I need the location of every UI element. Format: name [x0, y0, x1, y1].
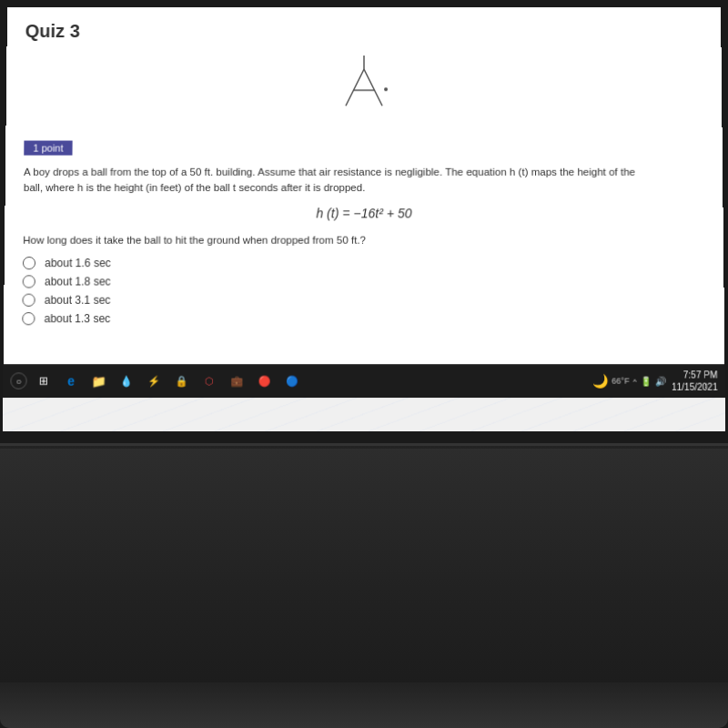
options-list: about 1.6 sec about 1.8 sec about 3.1 se…	[22, 256, 706, 324]
list-item[interactable]: about 1.3 sec	[22, 312, 706, 325]
radio-opt1[interactable]	[23, 256, 35, 268]
file-explorer-icon[interactable]: 📁	[87, 369, 109, 392]
how-long-question: How long does it take the ball to hit th…	[23, 234, 705, 245]
taskbar: ○ ⊞ e 📁 💧 ⚡ 🔒 ⬡ 💼 🔴 🔵	[3, 364, 725, 398]
windows-search-icon[interactable]: ○	[10, 372, 26, 389]
chevron-up-icon[interactable]: ^	[633, 377, 637, 385]
taskbar-right: 🌙 66°F ^ 🔋 🔊 7:57 PM 11/15/2021	[592, 369, 725, 393]
equation-text: h (t) = −16t² + 50	[316, 206, 411, 220]
app-icon-1[interactable]: 💧	[116, 369, 137, 392]
math-diagram-icon	[328, 51, 400, 115]
radio-opt4[interactable]	[22, 312, 35, 325]
screen-bezel: Return Quiz 3	[0, 0, 728, 446]
option-label-2: about 1.8 sec	[45, 275, 111, 288]
volume-icon[interactable]: 🔊	[655, 376, 666, 386]
option-label-1: about 1.6 sec	[45, 256, 111, 268]
browser-content: Quiz 3	[3, 7, 725, 398]
math-symbol-area	[25, 51, 704, 120]
clock-date: 11/15/2021	[672, 381, 718, 393]
laptop-body: Return Quiz 3	[0, 0, 728, 728]
edge-icon[interactable]: e	[60, 369, 83, 392]
app-icon-6[interactable]: 🔴	[254, 369, 276, 392]
math-symbol	[328, 51, 400, 120]
app-icon-5[interactable]: 💼	[226, 369, 248, 392]
app-icon-2[interactable]: ⚡	[143, 369, 165, 392]
point-badge: 1 point	[24, 141, 72, 156]
temperature-display: 66°F	[612, 376, 629, 385]
taskbar-clock: 7:57 PM 11/15/2021	[672, 369, 718, 393]
list-item[interactable]: about 1.8 sec	[23, 275, 706, 288]
taskbar-left: ○ ⊞ e 📁 💧 ⚡ 🔒 ⬡ 💼 🔴 🔵	[3, 369, 592, 392]
radio-opt2[interactable]	[23, 275, 35, 288]
app-icon-7[interactable]: 🔵	[281, 369, 303, 392]
quiz-area: Quiz 3	[4, 7, 724, 339]
system-tray: 🌙 66°F ^ 🔋 🔊	[592, 373, 666, 388]
list-item[interactable]: about 1.6 sec	[23, 256, 705, 268]
clock-time: 7:57 PM	[672, 369, 718, 380]
svg-point-4	[384, 87, 388, 91]
radio-opt3[interactable]	[22, 293, 35, 306]
option-label-3: about 3.1 sec	[45, 293, 111, 306]
equation: h (t) = −16t² + 50	[23, 206, 704, 220]
crescent-moon-icon: 🌙	[592, 373, 608, 388]
laptop-bottom-edge	[0, 682, 728, 728]
app-icon-4[interactable]: ⬡	[198, 369, 220, 392]
question-text: A boy drops a ball from the top of a 50 …	[24, 165, 646, 197]
taskview-icon[interactable]: ⊞	[33, 369, 56, 392]
quiz-title: Quiz 3	[25, 21, 703, 42]
app-icon-3[interactable]: 🔒	[170, 369, 192, 392]
option-label-4: about 1.3 sec	[44, 312, 110, 325]
list-item[interactable]: about 3.1 sec	[22, 293, 705, 306]
battery-icon: 🔋	[640, 376, 651, 386]
svg-line-1	[346, 69, 364, 106]
screen: Return Quiz 3	[3, 7, 726, 431]
svg-line-2	[364, 69, 382, 106]
